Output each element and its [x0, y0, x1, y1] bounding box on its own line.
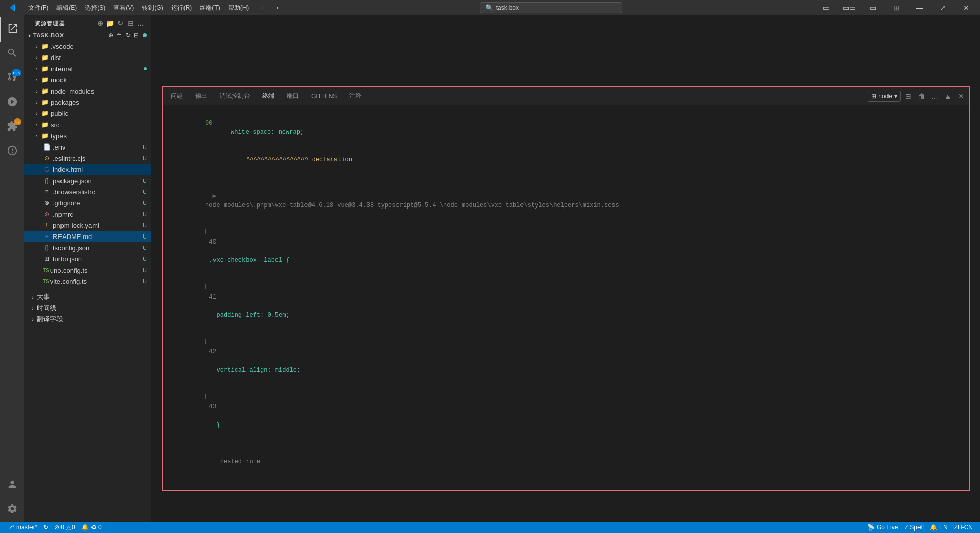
status-errors[interactable]: ⊘ 0 △ 0 — [51, 522, 78, 533]
language-text: ZH-CN — [954, 524, 973, 531]
collapse-all-icon[interactable]: ⊟ — [127, 19, 135, 27]
activity-source-control[interactable]: 825 — [0, 66, 24, 91]
folder-icon-public: 📁 — [41, 110, 49, 117]
tab-problems[interactable]: 问题 — [165, 87, 189, 105]
minimize-btn[interactable]: — — [908, 0, 931, 15]
tree-item-browserslistrc[interactable]: ≡ .browserslistrc U — [24, 186, 151, 197]
file-icon-index-html: ⬡ — [43, 166, 51, 173]
tree-item-index-html[interactable]: ⬡ index.html — [24, 164, 151, 175]
tree-item-dashu[interactable]: › 大事 — [24, 291, 151, 303]
activity-run-debug[interactable] — [0, 91, 24, 115]
tab-debug-console[interactable]: 调试控制台 — [213, 87, 256, 105]
status-sync[interactable]: ↻ — [40, 522, 51, 533]
status-language[interactable]: ZH-CN — [951, 522, 976, 533]
terminal-close-icon[interactable]: ✕ — [956, 91, 967, 102]
tree-item-packages[interactable]: › 📁 packages — [24, 97, 151, 108]
menu-goto[interactable]: 转到(G) — [138, 0, 167, 15]
status-golive[interactable]: 📡 Go Live — [864, 522, 901, 533]
menu-file[interactable]: 文件(F) — [24, 0, 52, 15]
tree-item-vscode[interactable]: › 📁 .vscode — [24, 41, 151, 52]
menu-select[interactable]: 选择(S) — [81, 0, 109, 15]
tree-item-tsconfig[interactable]: {} tsconfig.json U — [24, 242, 151, 253]
tree-item-mock[interactable]: › 📁 mock — [24, 74, 151, 85]
menu-help[interactable]: 帮助(H) — [224, 0, 253, 15]
tree-item-turbo[interactable]: ⊞ turbo.json U — [24, 253, 151, 264]
folder-arrow-packages: › — [33, 100, 41, 105]
terminal-more-icon[interactable]: … — [929, 91, 940, 102]
status-spell[interactable]: ✓ Spell — [901, 522, 927, 533]
tree-item-src[interactable]: › 📁 src — [24, 119, 151, 130]
tree-label-tsconfig: tsconfig.json — [53, 244, 89, 252]
tree-item-pnpm-lock[interactable]: ! pnpm-lock.yaml U — [24, 220, 151, 231]
close-btn[interactable]: ✕ — [955, 0, 978, 15]
tree-item-package-json[interactable]: {} package.json U — [24, 175, 151, 186]
package-json-badge: U — [143, 177, 147, 184]
app-logo — [0, 3, 24, 13]
terminal-instance-selector[interactable]: ⊞ node ▾ — [868, 91, 901, 102]
search-icon — [7, 47, 18, 61]
layout-btn-3[interactable]: ▭ — [861, 0, 884, 15]
terminal-mixin-line-42: 42 vertical-align: middle; — [169, 329, 963, 384]
activity-extensions[interactable]: 27 — [0, 115, 24, 139]
tree-item-translate[interactable]: › 翻译字段 — [24, 314, 151, 325]
tree-item-public[interactable]: › 📁 public — [24, 108, 151, 119]
tree-item-types[interactable]: › 📁 types — [24, 130, 151, 141]
terminal-split-icon[interactable]: ⊟ — [903, 91, 914, 102]
refresh-icon[interactable]: ↻ — [116, 19, 125, 27]
terminal-maximize-icon[interactable]: ▲ — [942, 91, 954, 102]
tree-item-timeline[interactable]: › 时间线 — [24, 303, 151, 314]
project-collapse-icon[interactable]: ⊟ — [133, 32, 140, 39]
tab-terminal[interactable]: 终端 — [256, 87, 281, 105]
tree-item-npmrc[interactable]: ⊛ .npmrc U — [24, 209, 151, 220]
tree-label-eslintrc: .eslintrc.cjs — [53, 155, 85, 162]
project-refresh-icon[interactable]: ↻ — [125, 32, 132, 39]
terminal-tab-actions: ⊞ node ▾ ⊟ 🗑 … ▲ ✕ — [868, 91, 967, 102]
project-new-folder-icon[interactable]: 🗀 — [115, 32, 124, 39]
project-new-file-icon[interactable]: ⊕ — [107, 32, 114, 39]
tree-item-dist[interactable]: › 📁 dist — [24, 52, 151, 63]
restore-btn[interactable]: ⤢ — [931, 0, 955, 15]
activity-explorer[interactable] — [0, 17, 24, 42]
tree-item-vite-config[interactable]: TS vite.config.ts U — [24, 276, 151, 287]
code-white-space: white-space: nowrap; — [231, 129, 304, 136]
layout-btn-2[interactable]: ▭▭ — [838, 0, 861, 15]
nav-forward[interactable]: › — [271, 2, 283, 14]
more-icon[interactable]: … — [137, 19, 145, 27]
search-box[interactable]: 🔍 task-box — [480, 2, 622, 13]
nav-back[interactable]: ‹ — [257, 2, 269, 14]
activity-settings[interactable] — [0, 497, 24, 522]
project-header[interactable]: ▾ TASK-BOX ⊕ 🗀 ↻ ⊟ — [24, 29, 151, 41]
tree-item-gitignore[interactable]: ⊗ .gitignore U — [24, 197, 151, 209]
menu-view[interactable]: 查看(V) — [109, 0, 138, 15]
activity-search[interactable] — [0, 42, 24, 66]
layout-btn-4[interactable]: ⊞ — [884, 0, 908, 15]
tab-gitlens[interactable]: GITLENS — [305, 87, 343, 105]
padding-left: padding-left: 0.5em; — [205, 312, 290, 319]
nested-rule-label-1: nested rule — [205, 458, 260, 465]
uno-config-badge: U — [143, 267, 147, 273]
terminal-content[interactable]: 90 white-space: nowrap; ^^^^^^^^^^^^^^^^… — [163, 105, 969, 490]
layout-btn-1[interactable]: ▭ — [814, 0, 838, 15]
tree-item-readme[interactable]: ≡ README.md U — [24, 231, 151, 242]
tree-item-env[interactable]: 📄 .env U — [24, 141, 151, 153]
menu-run[interactable]: 运行(R) — [167, 0, 196, 15]
line-41: 41 — [205, 292, 221, 302]
tree-item-eslintrc[interactable]: ⊙ .eslintrc.cjs U — [24, 153, 151, 164]
activity-remote[interactable] — [0, 139, 24, 164]
tree-item-uno-config[interactable]: TS uno.config.ts U — [24, 264, 151, 276]
tree-item-internal[interactable]: › 📁 internal — [24, 63, 151, 74]
new-folder-icon[interactable]: 📁 — [106, 19, 114, 27]
activity-account[interactable] — [0, 473, 24, 497]
menu-edit[interactable]: 编辑(E) — [52, 0, 81, 15]
terminal-trash-icon[interactable]: 🗑 — [916, 91, 927, 102]
status-notification[interactable]: 🔔 EN — [927, 522, 951, 533]
status-warnings[interactable]: 🔔 ♻ 0 — [78, 522, 105, 533]
menu-terminal[interactable]: 终端(T) — [196, 0, 224, 15]
new-file-icon[interactable]: ⊕ — [96, 19, 104, 27]
eslintrc-badge: U — [143, 155, 147, 161]
tab-notes[interactable]: 注释 — [343, 87, 368, 105]
tab-output[interactable]: 输出 — [189, 87, 213, 105]
status-branch[interactable]: ⎇ master* — [4, 522, 40, 533]
tree-item-node-modules[interactable]: › 📁 node_modules — [24, 85, 151, 97]
tab-ports[interactable]: 端口 — [281, 87, 305, 105]
